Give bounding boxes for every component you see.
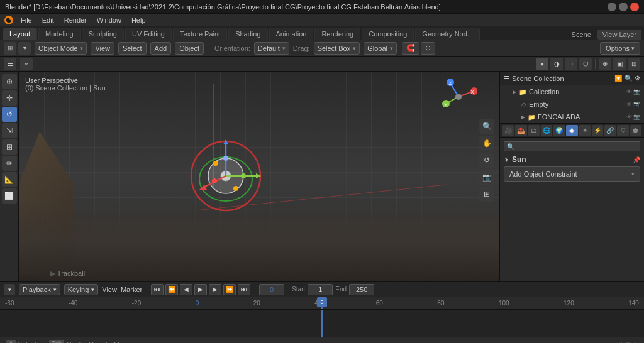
prop-tab-view-layer[interactable]: 🗂	[528, 125, 540, 136]
view-timeline-btn[interactable]: View	[102, 286, 117, 293]
pan-icon[interactable]: ✋	[479, 136, 494, 151]
svg-point-2	[9, 18, 12, 20]
prop-tab-physics[interactable]: ⚡	[592, 125, 603, 136]
add-button[interactable]: Add	[150, 42, 172, 55]
menu-help[interactable]: Help	[127, 15, 150, 25]
play-btn[interactable]: ▶	[194, 284, 207, 295]
gizmo-icon[interactable]: ⌖	[20, 58, 33, 70]
outliner-menu-icon[interactable]: ☰	[504, 75, 509, 82]
next-frame-btn[interactable]: ▶	[209, 284, 221, 295]
move-tool[interactable]: ✛	[2, 90, 17, 106]
rotate-tool active[interactable]: ↺	[2, 107, 17, 122]
keying-dropdown[interactable]: Keying	[64, 284, 99, 295]
prev-frame-btn[interactable]: ◀	[180, 284, 192, 295]
prop-tab-particles[interactable]: ✦	[579, 125, 591, 136]
options-button[interactable]: Options ▾	[600, 42, 640, 55]
prop-pin-icon[interactable]: 📌	[633, 156, 640, 163]
timeline-content[interactable]	[0, 310, 644, 337]
timeline-type-icon[interactable]: ▾	[4, 284, 15, 295]
restrict-render-icon[interactable]: 📷	[633, 89, 640, 95]
menu-window[interactable]: Window	[92, 15, 126, 25]
foncalada-hide-icon[interactable]: 👁	[626, 114, 632, 120]
prop-tab-data[interactable]: ▽	[617, 125, 628, 136]
outliner-search-icon[interactable]: 🔍	[625, 75, 632, 82]
select-button[interactable]: Select	[118, 42, 147, 55]
outliner-filter-icon[interactable]: 🔽	[614, 75, 622, 82]
tab-rendering[interactable]: Rendering	[314, 28, 360, 40]
prop-tab-material[interactable]: ⬟	[630, 125, 641, 136]
prop-tab-render[interactable]: 🎥	[502, 125, 514, 136]
view-button[interactable]: View	[91, 42, 114, 55]
jump-prev-btn[interactable]: ⏪	[165, 284, 178, 295]
end-frame-input[interactable]: 250	[349, 284, 374, 295]
jump-end-btn[interactable]: ⏭	[238, 284, 250, 295]
proportional-btn[interactable]: ⊙	[421, 42, 435, 55]
properties-search[interactable]: 🔍	[504, 141, 640, 151]
tab-layout[interactable]: Layout	[3, 28, 37, 40]
corner-gizmo[interactable]: X Z Y	[440, 78, 477, 117]
tab-modeling[interactable]: Modeling	[38, 28, 80, 40]
object-button[interactable]: Object	[175, 42, 204, 55]
tab-uv-editing[interactable]: UV Editing	[125, 28, 172, 40]
jump-start-btn[interactable]: ⏮	[151, 284, 164, 295]
camera-icon[interactable]: 📷	[479, 170, 494, 185]
outliner-item-empty[interactable]: ◇ Empty 👁 📷	[500, 98, 644, 111]
snap-btn[interactable]: 🧲	[402, 42, 419, 55]
scale-tool[interactable]: ⇲	[2, 123, 17, 138]
restrict-hide-icon[interactable]: 👁	[626, 89, 632, 95]
prop-tab-scene[interactable]: 🌐	[541, 125, 552, 136]
render-mode-wireframe[interactable]: ⬡	[579, 58, 592, 70]
annotate-tool[interactable]: ✏	[2, 156, 17, 171]
transform-tool[interactable]: ⊞	[2, 139, 17, 155]
tab-geometry-nodes[interactable]: Geometry Nod...	[415, 28, 480, 40]
empty-hide-icon[interactable]: 👁	[626, 101, 632, 107]
cursor-tool[interactable]: ⊕	[2, 74, 17, 89]
render-mode-material[interactable]: ◑	[550, 58, 563, 70]
viewport[interactable]: User Perspective (0) Scene Collection | …	[19, 72, 499, 281]
prop-tab-world[interactable]: 🌍	[553, 125, 565, 136]
object-mode-dropdown[interactable]: Object Mode	[35, 42, 87, 55]
add-constraint-button[interactable]: Add Object Constraint ▾	[504, 166, 640, 182]
orientation-dropdown[interactable]: Default	[254, 42, 289, 55]
jump-next-btn[interactable]: ⏩	[223, 284, 236, 295]
transform-dropdown[interactable]: Global	[364, 42, 397, 55]
close-button[interactable]	[630, 3, 639, 11]
prop-tab-constraints[interactable]: 🔗	[604, 125, 616, 136]
rotate-nav-icon[interactable]: ↺	[479, 153, 494, 168]
outliner-sync-icon[interactable]: ⚙	[635, 75, 640, 82]
viewport-toggle[interactable]: ▾	[18, 42, 31, 55]
tab-compositing[interactable]: Compositing	[362, 28, 414, 40]
menu-render[interactable]: Render	[60, 15, 91, 25]
viewport-overlay-icon[interactable]: ☰	[4, 58, 16, 70]
start-frame-input[interactable]: 1	[308, 284, 333, 295]
render-mode-solid[interactable]: ●	[536, 58, 548, 70]
frame-marker[interactable]: 0	[317, 297, 327, 307]
playback-dropdown[interactable]: Playback	[19, 284, 60, 295]
menu-edit[interactable]: Edit	[38, 15, 58, 25]
grid-icon[interactable]: ⊞	[479, 187, 494, 202]
viewport-shading-options[interactable]: ⊕	[599, 58, 611, 70]
prop-tab-output[interactable]: 📤	[515, 125, 526, 136]
measure-tool[interactable]: 📐	[2, 172, 17, 187]
render-mode-rendered[interactable]: ○	[565, 58, 577, 70]
outliner-item-collection[interactable]: ▶ 📁 Collection 👁 📷	[500, 85, 644, 98]
empty-render-icon[interactable]: 📷	[633, 101, 640, 107]
tab-texture-paint[interactable]: Texture Paint	[173, 28, 227, 40]
menu-file[interactable]: File	[16, 15, 36, 25]
tab-animation[interactable]: Animation	[269, 28, 314, 40]
foncalada-render-icon[interactable]: 📷	[633, 114, 640, 120]
zoom-icon[interactable]: 🔍	[479, 119, 494, 134]
xray-toggle[interactable]: ⊡	[628, 58, 640, 70]
outliner-item-foncalada[interactable]: ▶ 📁 FONCALADA 👁 📷	[500, 111, 644, 123]
maximize-button[interactable]	[619, 3, 628, 11]
marker-btn[interactable]: Marker	[121, 286, 142, 293]
minimize-button[interactable]	[608, 3, 616, 11]
drag-dropdown[interactable]: Select Box	[314, 42, 360, 55]
object-tool[interactable]: ⬜	[2, 188, 17, 204]
tab-sculpting[interactable]: Sculpting	[82, 28, 124, 40]
current-frame-input[interactable]: 0	[259, 284, 284, 295]
viewport-overlay-toggle[interactable]: ▣	[613, 58, 626, 70]
view-layer-label[interactable]: View Layer	[597, 30, 641, 40]
tab-shading[interactable]: Shading	[228, 28, 267, 40]
prop-tab-object[interactable]: ◉	[566, 125, 577, 136]
